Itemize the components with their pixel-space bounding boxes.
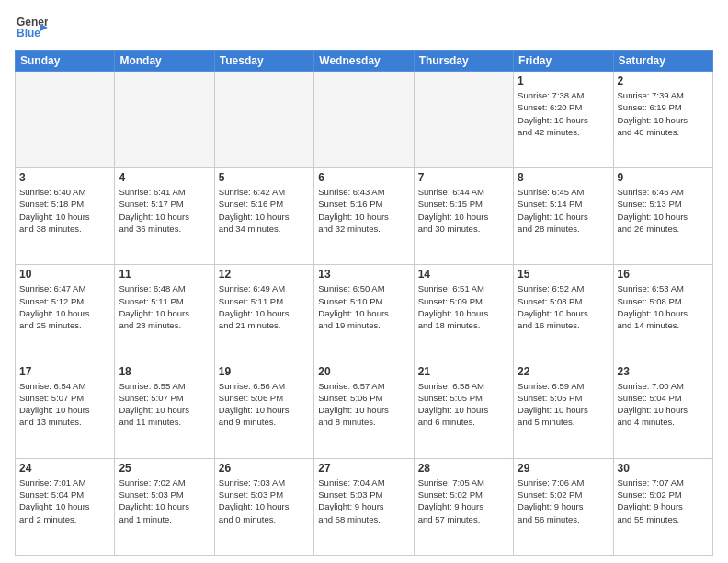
calendar-cell: 30Sunrise: 7:07 AM Sunset: 5:02 PM Dayli… [613,458,712,555]
day-number: 9 [618,171,709,184]
calendar-header-row: SundayMondayTuesdayWednesdayThursdayFrid… [16,51,713,72]
day-info: Sunrise: 6:57 AM Sunset: 5:06 PM Dayligh… [318,380,409,429]
logo: General Blue [15,11,51,44]
day-info: Sunrise: 7:07 AM Sunset: 5:02 PM Dayligh… [618,477,709,525]
day-info: Sunrise: 7:03 AM Sunset: 5:03 PM Dayligh… [219,477,310,525]
calendar-cell: 2Sunrise: 7:39 AM Sunset: 6:19 PM Daylig… [613,72,712,168]
day-info: Sunrise: 7:00 AM Sunset: 5:04 PM Dayligh… [618,380,709,429]
svg-text:Blue: Blue [17,27,40,40]
calendar-cell: 13Sunrise: 6:50 AM Sunset: 5:10 PM Dayli… [314,265,414,362]
day-info: Sunrise: 6:59 AM Sunset: 5:05 PM Dayligh… [518,380,609,429]
calendar-week-row: 24Sunrise: 7:01 AM Sunset: 5:04 PM Dayli… [16,458,713,555]
day-number: 4 [119,171,210,184]
calendar-day-header: Thursday [414,51,513,72]
day-number: 6 [318,171,409,184]
calendar-day-header: Saturday [613,51,712,72]
day-number: 16 [618,268,709,281]
day-info: Sunrise: 6:44 AM Sunset: 5:15 PM Dayligh… [418,186,509,235]
calendar-cell [115,72,214,168]
day-info: Sunrise: 6:51 AM Sunset: 5:09 PM Dayligh… [418,282,509,331]
calendar-day-header: Friday [514,51,613,72]
day-info: Sunrise: 7:05 AM Sunset: 5:02 PM Dayligh… [418,477,509,525]
day-info: Sunrise: 7:38 AM Sunset: 6:20 PM Dayligh… [518,89,609,138]
day-number: 14 [418,268,509,281]
calendar-cell: 11Sunrise: 6:48 AM Sunset: 5:11 PM Dayli… [115,265,214,362]
logo-icon: General Blue [15,11,48,44]
day-info: Sunrise: 7:02 AM Sunset: 5:03 PM Dayligh… [119,477,210,525]
day-info: Sunrise: 6:43 AM Sunset: 5:16 PM Dayligh… [318,186,409,235]
day-number: 19 [219,365,310,378]
day-number: 13 [318,268,409,281]
day-info: Sunrise: 6:53 AM Sunset: 5:08 PM Dayligh… [618,282,709,331]
day-info: Sunrise: 6:55 AM Sunset: 5:07 PM Dayligh… [119,380,210,429]
day-number: 11 [119,268,210,281]
day-number: 12 [219,268,310,281]
header: General Blue [15,11,713,44]
calendar-cell: 20Sunrise: 6:57 AM Sunset: 5:06 PM Dayli… [314,362,414,458]
day-info: Sunrise: 6:54 AM Sunset: 5:07 PM Dayligh… [19,380,110,429]
calendar-week-row: 1Sunrise: 7:38 AM Sunset: 6:20 PM Daylig… [16,72,713,168]
calendar-cell: 3Sunrise: 6:40 AM Sunset: 5:18 PM Daylig… [16,168,115,265]
calendar-cell [314,72,414,168]
day-info: Sunrise: 7:39 AM Sunset: 6:19 PM Dayligh… [618,89,709,138]
calendar-cell: 22Sunrise: 6:59 AM Sunset: 5:05 PM Dayli… [514,362,613,458]
day-info: Sunrise: 6:40 AM Sunset: 5:18 PM Dayligh… [19,186,110,235]
day-number: 7 [418,171,509,184]
calendar-cell [16,72,115,168]
calendar-cell: 10Sunrise: 6:47 AM Sunset: 5:12 PM Dayli… [16,265,115,362]
day-info: Sunrise: 6:49 AM Sunset: 5:11 PM Dayligh… [219,282,310,331]
calendar-day-header: Sunday [16,51,115,72]
calendar-cell: 18Sunrise: 6:55 AM Sunset: 5:07 PM Dayli… [115,362,214,458]
calendar-cell: 16Sunrise: 6:53 AM Sunset: 5:08 PM Dayli… [613,265,712,362]
calendar-cell: 28Sunrise: 7:05 AM Sunset: 5:02 PM Dayli… [414,458,513,555]
calendar-cell: 24Sunrise: 7:01 AM Sunset: 5:04 PM Dayli… [16,458,115,555]
calendar-cell: 7Sunrise: 6:44 AM Sunset: 5:15 PM Daylig… [414,168,513,265]
calendar-cell: 19Sunrise: 6:56 AM Sunset: 5:06 PM Dayli… [214,362,313,458]
day-info: Sunrise: 7:06 AM Sunset: 5:02 PM Dayligh… [518,477,609,525]
day-info: Sunrise: 6:42 AM Sunset: 5:16 PM Dayligh… [219,186,310,235]
day-number: 18 [119,365,210,378]
calendar-week-row: 3Sunrise: 6:40 AM Sunset: 5:18 PM Daylig… [16,168,713,265]
day-info: Sunrise: 6:47 AM Sunset: 5:12 PM Dayligh… [19,282,110,331]
day-info: Sunrise: 6:41 AM Sunset: 5:17 PM Dayligh… [119,186,210,235]
day-number: 15 [518,268,609,281]
calendar-cell: 26Sunrise: 7:03 AM Sunset: 5:03 PM Dayli… [214,458,313,555]
day-number: 3 [19,171,110,184]
day-number: 22 [518,365,609,378]
calendar-cell: 29Sunrise: 7:06 AM Sunset: 5:02 PM Dayli… [514,458,613,555]
calendar-day-header: Tuesday [214,51,313,72]
day-number: 24 [19,462,110,475]
calendar-cell: 12Sunrise: 6:49 AM Sunset: 5:11 PM Dayli… [214,265,313,362]
day-number: 2 [618,75,709,87]
calendar-cell [414,72,513,168]
day-number: 26 [219,462,310,475]
day-number: 17 [19,365,110,378]
calendar-cell: 14Sunrise: 6:51 AM Sunset: 5:09 PM Dayli… [414,265,513,362]
calendar-week-row: 17Sunrise: 6:54 AM Sunset: 5:07 PM Dayli… [16,362,713,458]
day-number: 28 [418,462,509,475]
calendar-table: SundayMondayTuesdayWednesdayThursdayFrid… [15,50,713,556]
day-info: Sunrise: 6:48 AM Sunset: 5:11 PM Dayligh… [119,282,210,331]
calendar-day-header: Monday [115,51,214,72]
page: General Blue SundayMondayTuesdayWednesda… [0,0,728,563]
day-info: Sunrise: 7:01 AM Sunset: 5:04 PM Dayligh… [19,477,110,525]
calendar-cell: 6Sunrise: 6:43 AM Sunset: 5:16 PM Daylig… [314,168,414,265]
day-number: 27 [318,462,409,475]
day-number: 21 [418,365,509,378]
day-number: 25 [119,462,210,475]
day-number: 20 [318,365,409,378]
calendar-cell: 8Sunrise: 6:45 AM Sunset: 5:14 PM Daylig… [514,168,613,265]
day-info: Sunrise: 7:04 AM Sunset: 5:03 PM Dayligh… [318,477,409,525]
day-info: Sunrise: 6:58 AM Sunset: 5:05 PM Dayligh… [418,380,509,429]
day-number: 23 [618,365,709,378]
day-info: Sunrise: 6:50 AM Sunset: 5:10 PM Dayligh… [318,282,409,331]
day-number: 8 [518,171,609,184]
day-number: 30 [618,462,709,475]
calendar-day-header: Wednesday [314,51,414,72]
calendar-cell: 27Sunrise: 7:04 AM Sunset: 5:03 PM Dayli… [314,458,414,555]
calendar-week-row: 10Sunrise: 6:47 AM Sunset: 5:12 PM Dayli… [16,265,713,362]
day-info: Sunrise: 6:45 AM Sunset: 5:14 PM Dayligh… [518,186,609,235]
day-number: 10 [19,268,110,281]
day-info: Sunrise: 6:52 AM Sunset: 5:08 PM Dayligh… [518,282,609,331]
calendar-cell: 15Sunrise: 6:52 AM Sunset: 5:08 PM Dayli… [514,265,613,362]
